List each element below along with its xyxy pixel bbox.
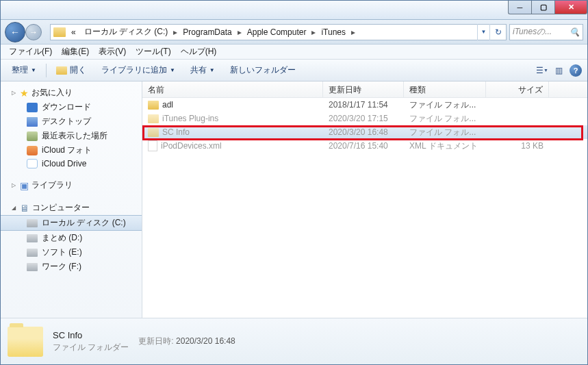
file-type: ファイル フォル...: [404, 125, 486, 140]
details-date-value: 2020/3/20 16:48: [176, 336, 235, 346]
file-row[interactable]: iTunes Plug-ins2020/3/20 17:15ファイル フォル..…: [142, 112, 587, 125]
menu-file[interactable]: ファイル(F): [5, 45, 56, 59]
column-name[interactable]: 名前: [142, 81, 323, 97]
sidebar-item-drive-d[interactable]: まとめ (D:): [1, 231, 142, 245]
file-size: 13 KB: [486, 140, 549, 152]
search-icon: 🔍: [570, 27, 580, 37]
breadcrumb-item[interactable]: iTunes: [317, 25, 350, 40]
organize-button[interactable]: 整理 ▼: [6, 62, 42, 78]
file-list-pane: 名前 更新日時 種類 サイズ adl2018/1/17 11:54ファイル フォ…: [142, 81, 587, 318]
column-type[interactable]: 種類: [404, 81, 486, 97]
drive-icon: [27, 219, 38, 227]
menu-view[interactable]: 表示(V): [94, 45, 130, 59]
back-forward-group: ← →: [5, 22, 47, 42]
sidebar-item-desktop[interactable]: デスクトップ: [1, 114, 142, 129]
menu-bar: ファイル(F) 編集(E) 表示(V) ツール(T) ヘルプ(H): [1, 45, 587, 60]
column-headers: 名前 更新日時 種類 サイズ: [142, 81, 587, 98]
drive-icon: [27, 234, 38, 242]
breadcrumb-bar[interactable]: « ローカル ディスク (C:) ▸ ProgramData ▸ Apple C…: [50, 24, 507, 40]
menu-edit[interactable]: 編集(E): [57, 45, 93, 59]
file-row[interactable]: adl2018/1/17 11:54ファイル フォル...: [142, 98, 587, 112]
view-options-button[interactable]: ☰ ▼: [537, 65, 548, 76]
folder-icon: [148, 114, 159, 123]
new-folder-button[interactable]: 新しいフォルダー: [225, 62, 301, 78]
file-date: 2020/7/16 15:40: [323, 140, 404, 152]
file-type: ファイル フォル...: [404, 98, 486, 112]
share-button[interactable]: 共有 ▼: [185, 62, 220, 78]
details-type: ファイル フォルダー: [53, 342, 129, 353]
computer-label: コンピューター: [32, 202, 90, 214]
new-folder-label: 新しいフォルダー: [230, 64, 296, 76]
navigation-bar: ← → « ローカル ディスク (C:) ▸ ProgramData ▸ App…: [1, 20, 587, 45]
sidebar-item-drive-e[interactable]: ソフト (E:): [1, 245, 142, 260]
add-to-library-button[interactable]: ライブラリに追加 ▼: [96, 62, 181, 78]
favorites-label: お気に入り: [31, 87, 73, 99]
icloud-drive-icon: [27, 159, 38, 168]
file-date: 2020/3/20 17:15: [323, 112, 404, 125]
chevron-down-icon: ▼: [170, 67, 175, 73]
file-row[interactable]: SC Info2020/3/20 16:48ファイル フォル...: [142, 125, 587, 139]
refresh-button[interactable]: ↻: [489, 24, 506, 40]
chevron-right-icon: ▸: [172, 27, 179, 37]
collapse-icon: ▷: [12, 182, 17, 188]
computer-icon: 🖥: [20, 203, 29, 214]
back-button[interactable]: ←: [5, 22, 25, 42]
sidebar-item-downloads[interactable]: ダウンロード: [1, 100, 142, 114]
file-rows: adl2018/1/17 11:54ファイル フォル...iTunes Plug…: [142, 98, 587, 318]
sidebar-item-recent[interactable]: 最近表示した場所: [1, 129, 142, 143]
sidebar-item-drive-c[interactable]: ローカル ディスク (C:): [1, 215, 142, 231]
toolbar: 整理 ▼ 開く ライブラリに追加 ▼ 共有 ▼ 新しいフォルダー ☰ ▼ ▥ ?: [1, 60, 587, 81]
forward-button[interactable]: →: [25, 24, 42, 40]
window-controls: ─ ▢ ✕: [508, 1, 587, 14]
file-name: iTunes Plug-ins: [162, 114, 218, 123]
chevron-right-icon: ▸: [350, 27, 357, 37]
open-button[interactable]: 開く: [51, 62, 92, 78]
file-size: [486, 131, 549, 134]
details-date-label: 更新日時:: [138, 336, 173, 346]
recent-icon: [27, 131, 38, 141]
chevron-down-icon: ▼: [31, 67, 36, 73]
explorer-window: ─ ▢ ✕ ← → « ローカル ディスク (C:) ▸ ProgramData…: [0, 0, 588, 365]
drive-icon: [27, 249, 38, 257]
close-button[interactable]: ✕: [554, 1, 587, 14]
file-row[interactable]: iPodDevices.xml2020/7/16 15:40XML ドキュメント…: [142, 139, 587, 153]
libraries-group: ▷ ▣ ライブラリ: [1, 178, 142, 192]
maximize-button[interactable]: ▢: [531, 1, 554, 14]
libraries-header[interactable]: ▷ ▣ ライブラリ: [1, 178, 142, 192]
file-name: SC Info: [162, 127, 190, 137]
drive-icon: [27, 263, 38, 271]
menu-help[interactable]: ヘルプ(H): [177, 45, 221, 59]
breadcrumb-item[interactable]: ProgramData: [179, 25, 235, 40]
menu-tools[interactable]: ツール(T): [131, 45, 175, 59]
column-size[interactable]: サイズ: [486, 81, 549, 97]
computer-header[interactable]: ◢ 🖥 コンピューター: [1, 201, 142, 215]
breadcrumb-dropdown[interactable]: ▼: [477, 24, 489, 40]
file-date: 2018/1/17 11:54: [323, 99, 404, 111]
folder-icon: [148, 128, 159, 137]
sidebar-item-icloud-drive[interactable]: iCloud Drive: [1, 158, 142, 170]
search-input[interactable]: iTunesの... 🔍: [509, 24, 583, 40]
chevron-right-icon: ▸: [236, 27, 243, 37]
breadcrumb-prefix: «: [67, 25, 80, 40]
open-label: 開く: [70, 64, 86, 76]
file-icon: [148, 140, 157, 151]
sidebar-item-drive-f[interactable]: ワーク (F:): [1, 260, 142, 274]
details-text: SC Info ファイル フォルダー: [53, 330, 129, 353]
favorites-header[interactable]: ▷ ★ お気に入り: [1, 86, 142, 100]
organize-label: 整理: [12, 64, 28, 76]
breadcrumb-item[interactable]: ローカル ディスク (C:): [80, 25, 172, 40]
minimize-button[interactable]: ─: [508, 1, 531, 14]
collapse-icon: ▷: [12, 90, 17, 96]
file-date: 2020/3/20 16:48: [323, 126, 404, 138]
breadcrumb-item[interactable]: Apple Computer: [243, 25, 311, 40]
expand-icon: ◢: [12, 205, 17, 211]
details-date: 更新日時: 2020/3/20 16:48: [138, 336, 235, 347]
star-icon: ★: [20, 88, 29, 99]
search-placeholder: iTunesの...: [513, 26, 552, 38]
preview-pane-button[interactable]: ▥: [553, 65, 564, 76]
sidebar-item-icloud-photo[interactable]: iCloud フォト: [1, 143, 142, 158]
column-date[interactable]: 更新日時: [323, 81, 404, 97]
help-button[interactable]: ?: [570, 64, 582, 77]
folder-icon: [148, 101, 159, 110]
chevron-down-icon: ▼: [209, 67, 215, 73]
